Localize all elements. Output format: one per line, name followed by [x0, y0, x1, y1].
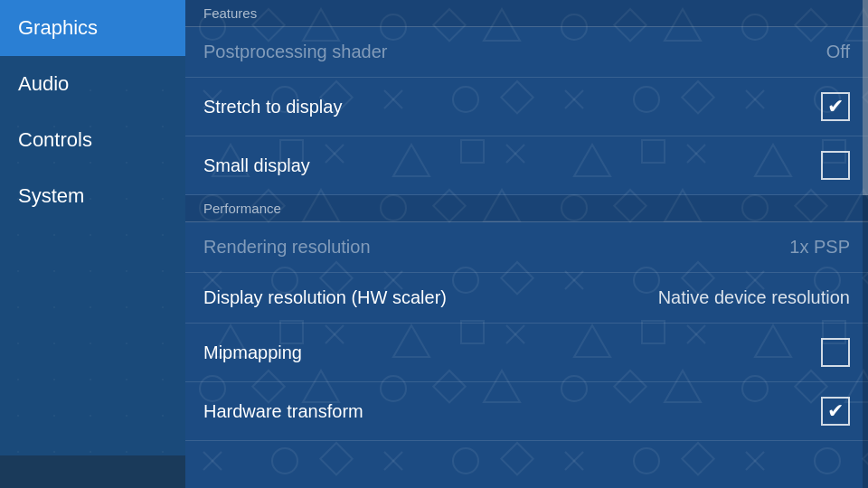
setting-label: Hardware transform: [203, 401, 363, 422]
setting-value-postprocessing-shader: Off: [826, 42, 850, 62]
sidebar-item-audio[interactable]: Audio: [0, 56, 185, 112]
setting-value-display-resolution: Native device resolution: [658, 287, 850, 308]
setting-value-rendering-resolution: 1x PSP: [789, 237, 850, 258]
back-button[interactable]: [0, 455, 185, 488]
setting-label: Stretch to display: [203, 97, 342, 117]
sidebar-item-label: Graphics: [18, 16, 98, 39]
setting-row-hardware-transform[interactable]: Hardware transform✔: [185, 382, 868, 441]
sidebar-item-label: Controls: [18, 128, 92, 151]
sidebar-item-graphics[interactable]: Graphics: [0, 0, 185, 56]
setting-label: Small display: [203, 155, 310, 176]
sidebar-item-system[interactable]: System: [0, 168, 185, 224]
setting-label: Display resolution (HW scaler): [203, 287, 447, 308]
setting-row-mipmapping[interactable]: Mipmapping: [185, 324, 868, 382]
setting-row-rendering-resolution: Rendering resolution1x PSP: [185, 222, 868, 273]
setting-row-postprocessing-shader: Postprocessing shaderOff: [185, 27, 868, 78]
sidebar-item-controls[interactable]: Controls: [0, 112, 185, 168]
setting-label: Rendering resolution: [203, 237, 371, 258]
main-content: FeaturesPostprocessing shaderOffStretch …: [185, 0, 868, 488]
checkbox-hardware-transform[interactable]: ✔: [821, 397, 850, 426]
setting-row-display-resolution[interactable]: Display resolution (HW scaler)Native dev…: [185, 273, 868, 324]
setting-label: Postprocessing shader: [203, 42, 387, 62]
checkbox-mipmapping[interactable]: [821, 338, 850, 367]
checkbox-stretch-to-display[interactable]: ✔: [821, 92, 850, 121]
scrollbar[interactable]: [863, 0, 868, 488]
sidebar-item-label: Audio: [18, 72, 69, 95]
section-header-features: Features: [185, 0, 868, 27]
scroll-thumb: [863, 0, 868, 195]
checkbox-small-display[interactable]: [821, 151, 850, 180]
section-header-performance: Performance: [185, 195, 868, 222]
settings-content[interactable]: FeaturesPostprocessing shaderOffStretch …: [185, 0, 868, 488]
sidebar: GraphicsAudioControlsSystem: [0, 0, 185, 488]
setting-row-small-display[interactable]: Small display: [185, 136, 868, 195]
setting-label: Mipmapping: [203, 343, 302, 363]
setting-row-stretch-to-display[interactable]: Stretch to display✔: [185, 78, 868, 136]
sidebar-item-label: System: [18, 184, 84, 207]
